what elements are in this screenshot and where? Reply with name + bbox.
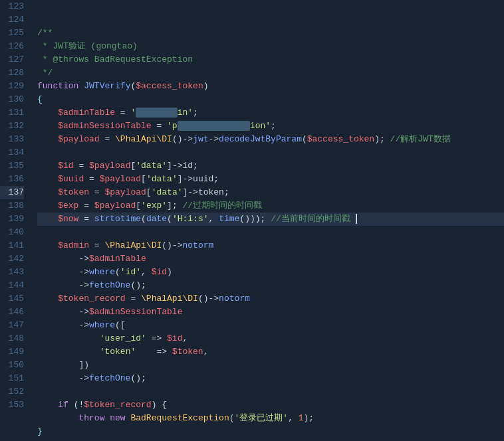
line-number-151: 151 xyxy=(0,372,24,385)
code-line-142: ->fetchOne(); xyxy=(37,279,504,292)
line-number-141: 141 xyxy=(0,239,24,252)
line-number-152: 152 xyxy=(0,385,24,398)
code-line-128: { xyxy=(37,93,504,106)
line-number-125: 125 xyxy=(0,27,24,40)
line-number-132: 132 xyxy=(0,120,24,133)
code-line-148: ]) xyxy=(37,359,504,372)
code-line-133: $id = $payload['data']->id; xyxy=(37,159,504,173)
line-number-149: 149 xyxy=(0,345,24,359)
code-line-129: $adminTable = ' in'; xyxy=(37,106,504,120)
code-content[interactable]: /** * JWT验证 (gongtao) * @throws BadReque… xyxy=(32,0,504,441)
line-number-130: 130 xyxy=(0,93,24,106)
code-line-124: * JWT验证 (gongtao) xyxy=(37,40,504,53)
code-line-136: $exp = $payload['exp']; //过期时间的时间戳 xyxy=(37,199,504,213)
code-line-123: /** xyxy=(37,27,504,40)
line-number-124: 124 xyxy=(0,13,24,27)
code-line-152: throw new BadRequestException('登录已过期', 1… xyxy=(37,412,504,425)
line-number-144: 144 xyxy=(0,279,24,292)
code-line-138 xyxy=(37,226,504,239)
code-line-153: } xyxy=(37,425,504,438)
code-line-134: $uuid = $payload['data']->uuid; xyxy=(37,173,504,186)
code-line-143: $token_record = \PhalApi\DI()->notorm xyxy=(37,292,504,306)
line-number-153: 153 xyxy=(0,398,24,412)
code-line-146: 'user_id' => $id, xyxy=(37,332,504,345)
line-number-140: 140 xyxy=(0,226,24,239)
code-line-141: ->where('id', $id) xyxy=(37,266,504,279)
code-line-149: ->fetchOne(); xyxy=(37,372,504,385)
line-number-128: 128 xyxy=(0,66,24,80)
code-line-144: ->$adminSessionTable xyxy=(37,306,504,319)
line-number-139: 139 xyxy=(0,213,24,226)
code-line-151: if (!$token_record) { xyxy=(37,398,504,412)
code-line-147: 'token' => $token, xyxy=(37,345,504,359)
line-number-137: 137 xyxy=(0,186,24,199)
code-line-137: $now = strtotime(date('H:i:s', time()));… xyxy=(37,213,504,226)
line-number-142: 142 xyxy=(0,252,24,266)
line-number-129: 129 xyxy=(0,80,24,93)
line-number-147: 147 xyxy=(0,319,24,332)
line-number-145: 145 xyxy=(0,292,24,306)
line-number-131: 131 xyxy=(0,106,24,120)
code-line-140: ->$adminTable xyxy=(37,252,504,266)
line-number-123: 123 xyxy=(0,0,24,13)
line-number-127: 127 xyxy=(0,53,24,66)
line-number-138: 138 xyxy=(0,199,24,213)
line-number-150: 150 xyxy=(0,359,24,372)
code-line-150 xyxy=(37,385,504,398)
code-line-132 xyxy=(37,146,504,159)
line-number-148: 148 xyxy=(0,332,24,345)
line-number-135: 135 xyxy=(0,159,24,173)
code-line-135: $token = $payload['data']->token; xyxy=(37,186,504,199)
code-editor: 1231241251261271281291301311321331341351… xyxy=(0,0,504,441)
line-number-133: 133 xyxy=(0,133,24,146)
code-line-130: $adminSessionTable = 'p ion'; xyxy=(37,120,504,133)
line-number-143: 143 xyxy=(0,266,24,279)
code-line-131: $payload = \PhalApi\DI()->jwt->decodeJwt… xyxy=(37,133,504,146)
code-line-125: * @throws BadRequestException xyxy=(37,53,504,66)
line-number-136: 136 xyxy=(0,173,24,186)
code-line-145: ->where([ xyxy=(37,319,504,332)
line-number-146: 146 xyxy=(0,306,24,319)
line-numbers: 1231241251261271281291301311321331341351… xyxy=(0,0,32,441)
code-line-127: function JWTVerify($access_token) xyxy=(37,80,504,93)
code-line-126: */ xyxy=(37,66,504,80)
line-number-126: 126 xyxy=(0,40,24,53)
line-number-134: 134 xyxy=(0,146,24,159)
code-line-139: $admin = \PhalApi\DI()->notorm xyxy=(37,239,504,252)
